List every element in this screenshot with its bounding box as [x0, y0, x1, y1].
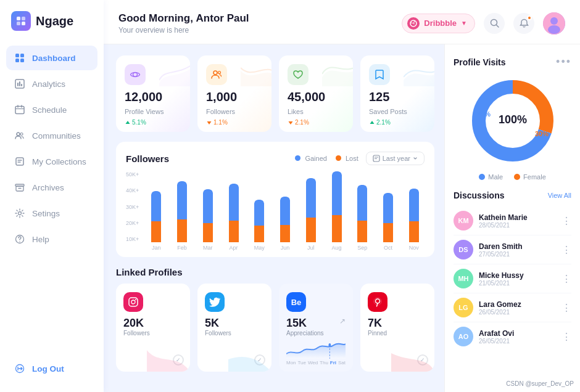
sidebar-item-communities[interactable]: Communities — [6, 123, 97, 148]
sidebar-item-analytics-label: Analytics — [32, 80, 65, 89]
saved-posts-number: 125 — [369, 90, 426, 104]
donut-legend: Male Female — [454, 173, 571, 181]
sidebar-item-communities-label: Communities — [32, 131, 81, 141]
bar-orange — [409, 221, 419, 242]
linked-card-twitter: 5K Followers ✓ — [197, 284, 271, 372]
logout-label: Log Out — [32, 364, 64, 374]
stats-row: 12,000 Profile Views 5.1% — [116, 55, 434, 132]
discussion-item[interactable]: LGLara Gomez26/05/2021⋮ — [454, 293, 571, 322]
stat-card-followers: 1,000 Followers 1.1% — [197, 55, 271, 132]
bar-orange — [177, 219, 187, 242]
instagram-icon — [123, 292, 143, 312]
discussion-more-button[interactable]: ⋮ — [561, 302, 571, 314]
linked-card-instagram: 20K Followers ✓ — [116, 284, 190, 372]
discussion-date: 21/05/2021 — [479, 280, 556, 287]
bar-blue — [409, 189, 419, 221]
discussion-avatar: AO — [454, 327, 473, 346]
bar-orange — [203, 223, 213, 242]
likes-change: 2.1% — [288, 119, 344, 126]
likes-label: Likes — [288, 108, 344, 115]
chart-legend: Gained Lost — [295, 155, 358, 162]
svg-text:30%: 30% — [534, 130, 548, 137]
discussions-section: Discussions View All KMKathein Marie28/0… — [454, 190, 571, 351]
svg-rect-12 — [15, 107, 24, 114]
saved-posts-label: Saved Posts — [369, 108, 426, 115]
followers-number: 1,000 — [206, 90, 263, 104]
likes-number: 45,000 — [288, 90, 344, 104]
y-label-30k: 30K+ — [126, 204, 139, 210]
greeting: Good Morning, Antor Paul Your overview i… — [118, 12, 249, 35]
behance-number: 15K — [286, 317, 324, 330]
bar-group — [275, 197, 296, 242]
communities-icon — [14, 129, 26, 142]
bar-orange — [357, 221, 367, 242]
notification-button[interactable] — [513, 13, 534, 34]
bar-orange — [383, 223, 393, 242]
svg-rect-18 — [16, 158, 23, 165]
sidebar-item-analytics[interactable]: Analytics — [6, 71, 97, 96]
linked-profiles-section: Linked Profiles 20K Followers — [116, 267, 434, 372]
logout-section: Log Out — [0, 356, 104, 381]
twitter-label: Followers — [205, 330, 264, 337]
bar-group — [249, 200, 270, 242]
sidebar-item-help-label: Help — [32, 235, 49, 244]
discussion-item[interactable]: MHMicke Hussy21/05/2021⋮ — [454, 264, 571, 293]
dribbble-badge[interactable]: Dribbble ▼ — [402, 14, 475, 33]
legend-female: Female — [514, 173, 546, 181]
chart-filter-button[interactable]: Last year — [366, 152, 425, 165]
svg-point-16 — [17, 133, 20, 136]
bar-blue — [203, 189, 213, 223]
profile-views-label: Profile Views — [125, 108, 181, 115]
bar-group — [352, 185, 373, 242]
pinterest-label: Pinned — [368, 330, 427, 337]
followers-change: 1.1% — [206, 119, 263, 126]
profile-visits-more-button[interactable]: ••• — [556, 55, 571, 68]
y-label-40k: 40K+ — [126, 187, 139, 194]
discussion-more-button[interactable]: ⋮ — [561, 273, 571, 285]
logout-button[interactable]: Log Out — [6, 356, 97, 381]
pinterest-number: 7K — [368, 317, 427, 330]
svg-rect-10 — [19, 81, 20, 86]
discussion-avatar: MH — [454, 269, 473, 288]
sidebar-item-archives[interactable]: Archives — [6, 175, 97, 200]
twitter-icon — [205, 292, 225, 312]
logo: Ngage — [0, 11, 104, 46]
discussions-view-all-button[interactable]: View All — [548, 192, 571, 199]
svg-text:100%: 100% — [498, 113, 526, 126]
discussion-item[interactable]: AOArafat Ovi26/05/2021⋮ — [454, 322, 571, 351]
linked-profiles-title: Linked Profiles — [116, 267, 183, 277]
stat-card-profile-views: 12,000 Profile Views 5.1% — [116, 55, 190, 132]
discussions-title: Discussions — [454, 190, 504, 200]
discussion-more-button[interactable]: ⋮ — [561, 331, 571, 343]
svg-rect-41 — [129, 298, 138, 306]
bar-group — [378, 193, 399, 242]
collections-icon — [14, 155, 26, 168]
bar-blue — [357, 185, 367, 221]
search-button[interactable] — [484, 13, 505, 34]
sidebar-item-my-collections[interactable]: My Collections — [6, 149, 97, 174]
bar-group — [146, 191, 167, 242]
sidebar-item-settings[interactable]: Setings — [6, 201, 97, 226]
sidebar-item-schedule[interactable]: Schedule — [6, 97, 97, 122]
x-label: Aug — [326, 245, 347, 251]
user-avatar[interactable] — [543, 12, 565, 35]
sidebar-item-dashboard[interactable]: Dashboard — [6, 46, 97, 70]
stat-card-saved-posts: 125 Saved Posts 2.1% — [360, 55, 434, 132]
bar-blue — [229, 184, 239, 221]
discussion-more-button[interactable]: ⋮ — [561, 244, 571, 256]
discussion-more-button[interactable]: ⋮ — [561, 215, 571, 227]
profile-visits-title: Profile Visits — [454, 57, 506, 67]
x-label: Oct — [378, 245, 399, 251]
right-panel: Profile Visits ••• 100% 70% — [444, 44, 580, 392]
profile-visits-header: Profile Visits ••• — [454, 55, 571, 68]
header-right: Dribbble ▼ — [402, 12, 565, 35]
saved-posts-icon-wrap — [369, 64, 390, 85]
sidebar-item-help[interactable]: Help — [6, 227, 97, 251]
bar-blue — [177, 181, 187, 219]
svg-rect-5 — [20, 54, 24, 57]
followers-chart-title: Followers — [126, 153, 169, 164]
discussion-item[interactable]: DSDaren Smith27/05/2021⋮ — [454, 235, 571, 264]
discussion-item[interactable]: KMKathein Marie28/05/2021⋮ — [454, 206, 571, 235]
svg-point-35 — [133, 73, 138, 77]
dashboard-icon — [14, 52, 26, 64]
